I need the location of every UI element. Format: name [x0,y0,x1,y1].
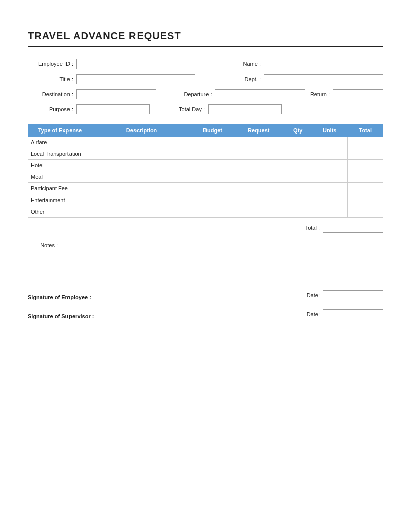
table-row: Meal [28,171,383,183]
expense-data-cell[interactable] [92,160,191,171]
expense-data-cell[interactable] [312,206,348,218]
expense-data-cell[interactable] [191,148,234,160]
expense-cell-input[interactable] [237,184,281,193]
expense-cell-input[interactable] [95,161,188,170]
expense-data-cell[interactable] [284,194,312,206]
expense-data-cell[interactable] [92,183,191,194]
expense-data-cell[interactable] [348,183,383,194]
expense-data-cell[interactable] [312,183,348,194]
expense-data-cell[interactable] [191,194,234,206]
expense-data-cell[interactable] [92,148,191,160]
expense-cell-input[interactable] [237,149,281,158]
expense-data-cell[interactable] [312,194,348,206]
expense-data-cell[interactable] [191,137,234,148]
expense-cell-input[interactable] [350,184,380,193]
expense-data-cell[interactable] [348,160,383,171]
expense-cell-input[interactable] [350,149,380,158]
expense-data-cell[interactable] [234,171,284,183]
expense-data-cell[interactable] [234,206,284,218]
expense-cell-input[interactable] [350,207,380,216]
expense-cell-input[interactable] [237,138,281,147]
expense-cell-input[interactable] [194,184,231,193]
expense-cell-input[interactable] [95,172,188,181]
expense-data-cell[interactable] [348,194,383,206]
expense-cell-input[interactable] [95,195,188,205]
expense-cell-input[interactable] [287,207,309,216]
expense-cell-input[interactable] [95,138,188,147]
expense-cell-input[interactable] [315,207,345,216]
expense-data-cell[interactable] [92,194,191,206]
expense-cell-input[interactable] [194,207,231,216]
expense-cell-input[interactable] [350,161,380,170]
expense-cell-input[interactable] [315,172,345,181]
expense-cell-input[interactable] [237,207,281,216]
expense-cell-input[interactable] [315,195,345,205]
expense-data-cell[interactable] [284,148,312,160]
expense-cell-input[interactable] [194,195,231,205]
expense-cell-input[interactable] [350,172,380,181]
expense-data-cell[interactable] [92,206,191,218]
expense-data-cell[interactable] [284,160,312,171]
expense-cell-input[interactable] [237,161,281,170]
expense-cell-input[interactable] [350,138,380,147]
expense-cell-input[interactable] [95,184,188,193]
title-input[interactable] [76,74,195,84]
expense-cell-input[interactable] [194,149,231,158]
expense-cell-input[interactable] [287,149,309,158]
expense-cell-input[interactable] [350,195,380,205]
expense-data-cell[interactable] [234,194,284,206]
expense-cell-input[interactable] [237,172,281,181]
expense-data-cell[interactable] [92,137,191,148]
expense-data-cell[interactable] [348,148,383,160]
expense-data-cell[interactable] [312,148,348,160]
date-employee-input[interactable] [323,290,383,300]
expense-cell-input[interactable] [95,149,188,158]
expense-data-cell[interactable] [92,171,191,183]
dept-input[interactable] [264,74,383,84]
expense-data-cell[interactable] [348,206,383,218]
expense-data-cell[interactable] [191,160,234,171]
expense-data-cell[interactable] [234,137,284,148]
purpose-input[interactable] [76,104,150,114]
expense-cell-input[interactable] [315,138,345,147]
total-day-input[interactable] [208,104,282,114]
date-supervisor-input[interactable] [323,309,383,319]
departure-input[interactable] [215,89,305,99]
employee-id-input[interactable] [76,59,195,69]
total-input[interactable] [323,223,383,233]
expense-cell-input[interactable] [315,161,345,170]
expense-cell-input[interactable] [287,138,309,147]
destination-input[interactable] [76,89,156,99]
expense-cell-input[interactable] [315,184,345,193]
return-input[interactable] [333,89,383,99]
expense-data-cell[interactable] [312,160,348,171]
expense-cell-input[interactable] [194,161,231,170]
expense-data-cell[interactable] [284,171,312,183]
expense-data-cell[interactable] [234,148,284,160]
expense-data-cell[interactable] [348,137,383,148]
expense-data-cell[interactable] [312,137,348,148]
expense-data-cell[interactable] [284,183,312,194]
expense-data-cell[interactable] [234,183,284,194]
expense-cell-input[interactable] [287,184,309,193]
expense-cell-input[interactable] [95,207,188,216]
col-header-qty: Qty [284,125,312,137]
expense-cell-input[interactable] [287,161,309,170]
expense-data-cell[interactable] [191,183,234,194]
expense-data-cell[interactable] [348,171,383,183]
expense-cell-input[interactable] [315,149,345,158]
name-input[interactable] [264,59,383,69]
expense-data-cell[interactable] [312,171,348,183]
notes-textarea[interactable] [62,241,383,276]
expense-data-cell[interactable] [234,160,284,171]
expense-cell-input[interactable] [287,172,309,181]
expense-data-cell[interactable] [191,206,234,218]
expense-cell-input[interactable] [194,172,231,181]
page-title: TRAVEL ADVANCE REQUEST [28,30,383,42]
expense-data-cell[interactable] [191,171,234,183]
expense-cell-input[interactable] [194,138,231,147]
expense-cell-input[interactable] [287,195,309,205]
expense-data-cell[interactable] [284,137,312,148]
expense-cell-input[interactable] [237,195,281,205]
expense-data-cell[interactable] [284,206,312,218]
